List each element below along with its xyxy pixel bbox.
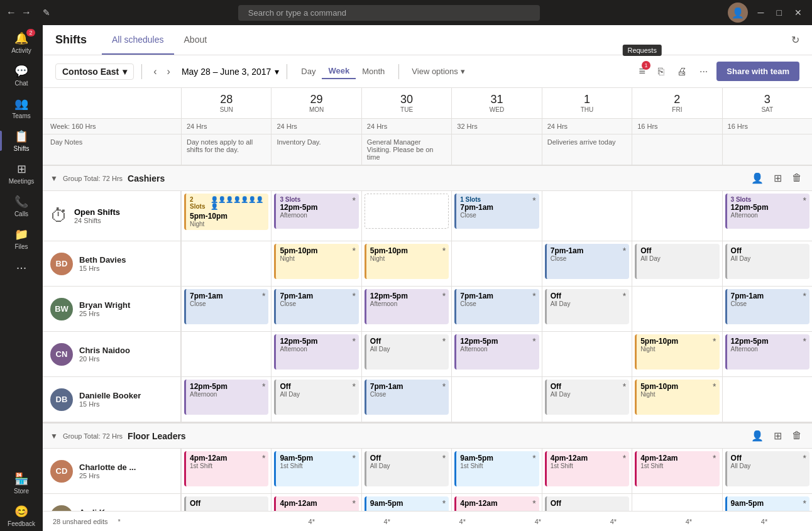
minimize-button[interactable]: ─ (754, 6, 768, 19)
shift-fri[interactable]: Off All Day (632, 241, 721, 286)
day-name: SAT (727, 106, 808, 113)
shift-mon[interactable]: * Off All Day (271, 377, 361, 422)
sidebar-item-feedback[interactable]: 😊 Feedback (8, 501, 35, 531)
print-icon[interactable]: 🖨 (673, 63, 691, 80)
shift-wed[interactable]: * 12pm-5pm Afternoon (451, 332, 541, 376)
tab-all-schedules[interactable]: All schedules (102, 26, 174, 55)
more-options-icon[interactable]: ··· (696, 63, 711, 80)
day-note-fri (632, 134, 721, 165)
shift-tue[interactable]: * Off All Day (361, 332, 451, 376)
cashiers-group-header: ▼ Group Total: 72 Hrs Cashiers 👤 ⊞ 🗑 (43, 166, 812, 191)
open-shift-fri[interactable] (632, 191, 721, 241)
edit-icon[interactable]: ✎ (43, 8, 50, 18)
shift-time: 9am-5pm (731, 499, 806, 508)
shift-mon[interactable]: * 9am-5pm 1st Shift (271, 449, 361, 493)
prev-week-button[interactable]: ‹ (150, 65, 160, 79)
asterisk: * (352, 195, 355, 205)
week-hours-sat: 16 Hrs (722, 119, 812, 134)
back-button[interactable]: ← (6, 7, 16, 18)
shift-wed[interactable]: * 9am-5pm 1st Shift (451, 449, 541, 493)
sidebar-item-teams[interactable]: 👥 Teams (0, 93, 43, 123)
shift-tue[interactable]: * Off All Day (361, 449, 451, 493)
shift-wed[interactable] (451, 377, 541, 422)
shift-card: * 5pm-10pm Night (274, 244, 358, 279)
shift-sun[interactable] (181, 332, 271, 376)
open-shift-thu[interactable] (542, 191, 632, 241)
sidebar-item-label: Feedback (8, 520, 35, 527)
shift-sun[interactable] (181, 241, 271, 286)
sidebar-item-chat[interactable]: 💬 Chat (0, 60, 43, 90)
delete-icon[interactable]: 🗑 (789, 429, 804, 443)
bottom-count-tue: 4* (425, 518, 500, 525)
shift-mon[interactable]: * 7pm-1am Close (271, 287, 361, 331)
close-button[interactable]: ✕ (791, 6, 806, 19)
shift-label: Afternoon (731, 212, 806, 219)
add-member-icon[interactable]: 👤 (749, 171, 766, 185)
maximize-button[interactable]: □ (773, 6, 786, 19)
tab-week[interactable]: Week (322, 63, 356, 79)
asterisk-label: * (118, 518, 120, 525)
asterisk: * (532, 195, 535, 205)
open-shift-sat[interactable]: 3 Slots 12pm-5pm Afternoon * (722, 191, 812, 241)
shift-tue[interactable]: * 12pm-5pm Afternoon (361, 287, 451, 331)
open-shift-tue[interactable] (361, 191, 451, 241)
shift-mon[interactable]: * 12pm-5pm Afternoon (271, 332, 361, 376)
sidebar-item-meetings[interactable]: ⊞ Meetings (0, 158, 43, 189)
layout-icon[interactable]: ⊞ (771, 171, 784, 185)
shift-sat[interactable]: * 7pm-1am Close (722, 287, 812, 331)
shift-wed[interactable]: * 7pm-1am Close (451, 287, 541, 331)
sidebar-item-store[interactable]: 🏪 Store (0, 468, 43, 498)
layout-icon[interactable]: ⊞ (771, 429, 784, 443)
sidebar-item-calls[interactable]: 📞 Calls (0, 191, 43, 221)
shift-fri[interactable]: * 5pm-10pm Night (632, 332, 721, 376)
open-shift-sun[interactable]: 2 Slots 👤👤👤👤👤👤👤👤 5pm-10pm Night (181, 191, 271, 241)
shift-sun[interactable]: * 7pm-1am Close (181, 287, 271, 331)
avatar[interactable]: 👤 (728, 3, 748, 23)
shift-sun[interactable]: * 4pm-12am 1st Shift (181, 449, 271, 493)
day-name: MON (275, 106, 357, 113)
copy-icon[interactable]: ⎘ (654, 63, 668, 80)
shift-card: * 7pm-1am Close (365, 380, 449, 415)
shift-sat[interactable]: * 12pm-5pm Afternoon (722, 332, 812, 376)
shift-thu[interactable]: * 7pm-1am Close (542, 241, 632, 286)
tab-day[interactable]: Day (295, 64, 322, 79)
shift-fri[interactable] (632, 287, 721, 331)
shift-thu[interactable]: * Off All Day (542, 377, 632, 422)
requests-button[interactable]: ≡ 1 (635, 62, 649, 80)
shift-sat[interactable] (722, 377, 812, 422)
date-range[interactable]: May 28 – June 3, 2017 ▾ (182, 67, 279, 77)
shift-thu[interactable]: * Off All Day (542, 287, 632, 331)
view-options-button[interactable]: View options ▾ (407, 64, 469, 79)
shift-thu[interactable]: * 4pm-12am 1st Shift (542, 449, 632, 493)
refresh-icon[interactable]: ↻ (791, 35, 799, 45)
floor-leaders-collapse-button[interactable]: ▼ (50, 432, 58, 441)
shift-fri[interactable]: * 4pm-12am 1st Shift (632, 449, 721, 493)
shift-label: Close (460, 212, 535, 219)
share-button[interactable]: Share with team (716, 62, 799, 81)
add-member-icon[interactable]: 👤 (749, 429, 766, 443)
shift-wed[interactable] (451, 241, 541, 286)
shift-tue[interactable]: * 5pm-10pm Night (361, 241, 451, 286)
next-week-button[interactable]: › (163, 65, 174, 79)
shift-sat[interactable]: * Off All Day (722, 449, 812, 493)
sidebar-item-shifts[interactable]: 📋 Shifts (0, 126, 43, 156)
open-shift-wed[interactable]: 1 Slots 7pm-1am Close * (451, 191, 541, 241)
shift-sat[interactable]: Off All Day (722, 241, 812, 286)
tab-month[interactable]: Month (356, 64, 391, 79)
shift-fri[interactable]: * 5pm-10pm Night (632, 377, 721, 422)
open-shift-mon[interactable]: 3 Slots 12pm-5pm Afternoon * (271, 191, 361, 241)
search-input[interactable] (238, 5, 540, 21)
forward-button[interactable]: → (21, 7, 31, 18)
cashiers-collapse-button[interactable]: ▼ (50, 174, 58, 183)
shift-tue[interactable]: * 7pm-1am Close (361, 377, 451, 422)
sidebar-item-files[interactable]: 📁 Files (0, 224, 43, 254)
sidebar-item-activity[interactable]: 🔔 Activity 2 (0, 28, 43, 58)
shift-mon[interactable]: * 5pm-10pm Night (271, 241, 361, 286)
shift-sun[interactable]: * 12pm-5pm Afternoon (181, 377, 271, 422)
tab-about[interactable]: About (174, 26, 217, 55)
delete-icon[interactable]: 🗑 (789, 171, 804, 185)
bottom-count-thu: 4* (576, 518, 651, 525)
shift-thu[interactable] (542, 332, 632, 376)
sidebar-item-more[interactable]: ··· (0, 256, 43, 278)
location-selector[interactable]: Contoso East ▾ (55, 63, 134, 80)
